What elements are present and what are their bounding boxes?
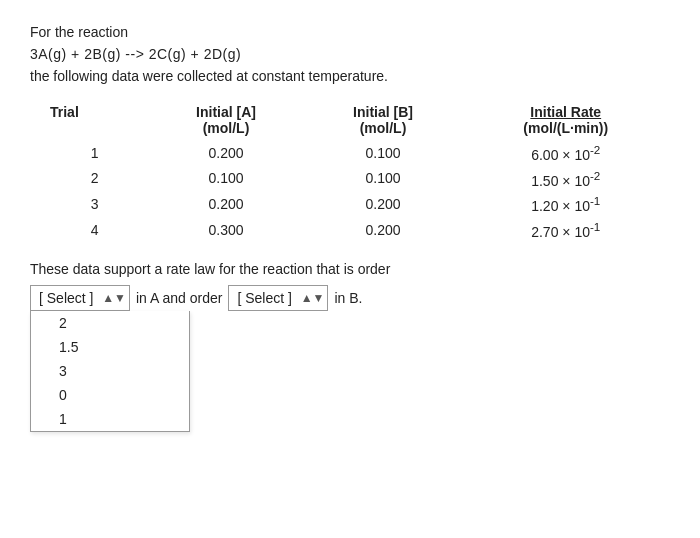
col-header-a: Initial [A](mol/L) (148, 100, 305, 140)
dropdown-item-label: 1 (59, 411, 67, 427)
dropdown-item-label: 3 (59, 363, 67, 379)
table-row: 1 0.200 0.100 6.00 × 10-2 (30, 140, 670, 166)
col-header-b-unit: (mol/L) (360, 120, 407, 136)
cell-a: 0.200 (148, 140, 305, 166)
dropdown-item-label: 0 (59, 387, 67, 403)
data-table: Trial Initial [A](mol/L) Initial [B](mol… (30, 100, 670, 243)
support-text: These data support a rate law for the re… (30, 261, 670, 277)
table-row: 2 0.100 0.100 1.50 × 10-2 (30, 166, 670, 192)
cell-trial: 1 (30, 140, 148, 166)
data-intro: the following data were collected at con… (30, 68, 670, 84)
table-row: 3 0.200 0.200 1.20 × 10-1 (30, 191, 670, 217)
col-header-trial: Trial (30, 100, 148, 140)
col-header-rate: Initial Rate(mol/(L·min)) (462, 100, 671, 140)
table-row: 4 0.300 0.200 2.70 × 10-1 (30, 217, 670, 243)
dropdown-item[interactable]: 2 (31, 311, 189, 335)
col-header-b: Initial [B](mol/L) (305, 100, 462, 140)
reaction-line: 3A(g) + 2B(g) --> 2C(g) + 2D(g) (30, 46, 670, 62)
cell-rate: 1.20 × 10-1 (462, 191, 671, 217)
intro-text: For the reaction (30, 24, 670, 40)
dropdown-item[interactable]: 3 (31, 359, 189, 383)
select-a[interactable]: [ Select ] 2 1.5 3 0 1 (30, 285, 130, 311)
cell-b: 0.200 (305, 217, 462, 243)
dropdown-item[interactable]: 0 (31, 383, 189, 407)
cell-rate: 2.70 × 10-1 (462, 217, 671, 243)
cell-a: 0.200 (148, 191, 305, 217)
cell-trial: 3 (30, 191, 148, 217)
cell-a: 0.100 (148, 166, 305, 192)
cell-rate: 1.50 × 10-2 (462, 166, 671, 192)
dropdown-item-label: 1.5 (59, 339, 78, 355)
dropdown-item-label: 2 (59, 315, 67, 331)
cell-trial: 2 (30, 166, 148, 192)
select-b-wrapper[interactable]: [ Select ] 2 1.5 3 0 1 ▲▼ (228, 285, 328, 311)
rate-law-row: [ Select ] 2 1.5 3 0 1 ▲▼ 21.5301 in A a… (30, 285, 670, 311)
in-a-text: in A and order (130, 285, 228, 311)
col-header-a-unit: (mol/L) (203, 120, 250, 136)
in-b-text: in B. (328, 285, 368, 311)
dropdown-item[interactable]: 1 (31, 407, 189, 431)
cell-b: 0.100 (305, 140, 462, 166)
col-header-rate-unit: (mol/(L·min)) (523, 120, 608, 136)
cell-b: 0.100 (305, 166, 462, 192)
cell-a: 0.300 (148, 217, 305, 243)
select-a-wrapper[interactable]: [ Select ] 2 1.5 3 0 1 ▲▼ 21.5301 (30, 285, 130, 311)
cell-b: 0.200 (305, 191, 462, 217)
select-a-dropdown[interactable]: 21.5301 (30, 311, 190, 432)
select-b[interactable]: [ Select ] 2 1.5 3 0 1 (228, 285, 328, 311)
dropdown-item[interactable]: 1.5 (31, 335, 189, 359)
cell-trial: 4 (30, 217, 148, 243)
cell-rate: 6.00 × 10-2 (462, 140, 671, 166)
